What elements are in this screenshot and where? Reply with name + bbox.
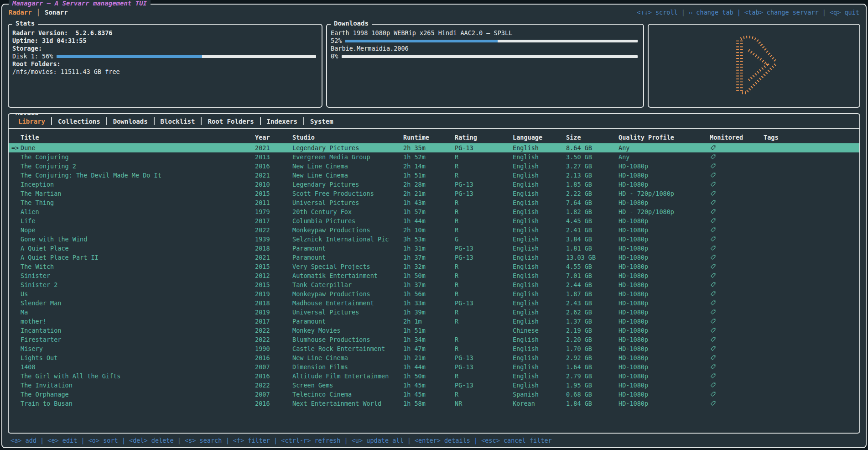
table-row[interactable]: Nope 2022 Monkeypaw Productions 2h 10m R… [9, 225, 859, 235]
top-panels: Stats Radarr Version: 5.2.6.8376 Uptime:… [8, 24, 860, 108]
movie-language: English [513, 199, 566, 206]
table-row[interactable]: The Witch 2015 Very Special Projects 1h … [9, 262, 859, 271]
table-row[interactable]: Slender Man 2018 Madhouse Entertainment … [9, 298, 859, 308]
table-row[interactable]: The Girl with All the Gifts 2016 Altitud… [9, 372, 859, 381]
movie-runtime: 1h 58m [403, 400, 455, 407]
column-rating: Rating [455, 134, 513, 141]
movie-year: 1979 [255, 208, 292, 215]
movie-studio: Legendary Pictures [292, 144, 403, 152]
movie-title: Ma [21, 309, 255, 316]
movies-tab-bar: Library Collections Downloads Blocklist … [9, 114, 859, 129]
movie-language: English [513, 281, 566, 288]
tab-blocklist[interactable]: Blocklist [155, 118, 201, 125]
tab-library[interactable]: Library [12, 118, 51, 125]
monitored-tag-icon [710, 336, 764, 343]
logo-panel [648, 24, 860, 108]
tab-radarr[interactable]: Radarr [9, 9, 32, 16]
movie-rating: R [455, 162, 513, 170]
movie-year: 2022 [255, 336, 292, 343]
movie-runtime: 1h 51m [403, 327, 455, 334]
movie-quality-profile: HD-1080p [619, 162, 710, 170]
table-row[interactable]: The Martian 2015 Scott Free Productions … [9, 189, 859, 198]
movie-runtime: 1h 32m [403, 263, 455, 270]
movie-quality-profile: HD - 720p/1080p [619, 208, 710, 215]
tab-collections[interactable]: Collections [52, 118, 106, 125]
root-folders-label: Root Folders: [12, 60, 316, 68]
movie-quality-profile: HD-1080p [619, 263, 710, 270]
table-row[interactable]: Gone with the Wind 1939 Selznick Interna… [9, 235, 859, 244]
tab-system[interactable]: System [304, 118, 339, 125]
movie-studio: Screen Gems [292, 382, 403, 389]
table-row[interactable]: A Quiet Place Part II 2021 Paramount 1h … [9, 253, 859, 262]
movie-runtime: 1h 51m [403, 172, 455, 179]
table-row[interactable]: The Conjuring: The Devil Made Me Do It 2… [9, 171, 859, 180]
table-row[interactable]: Alien 1979 20th Century Fox 1h 57m R Eng… [9, 207, 859, 216]
movie-title: Alien [21, 208, 255, 215]
movie-size: 1.37 GB [566, 318, 619, 325]
table-row[interactable]: The Conjuring 2013 Evergreen Media Group… [9, 152, 859, 162]
movie-runtime: 1h 44m [403, 363, 455, 371]
movie-title: Firestarter [21, 336, 255, 343]
movie-title: Dune [21, 144, 255, 152]
table-row[interactable]: mother! 2017 Paramount 2h 1m R English 1… [9, 317, 859, 326]
help-bar: <a> add | <e> edit | <o> sort | <del> de… [2, 434, 866, 447]
table-row[interactable]: The Thing 2011 Universal Pictures 1h 43m… [9, 198, 859, 207]
movie-size: 3.84 GB [566, 235, 619, 243]
movie-year: 2019 [255, 309, 292, 316]
movie-studio: Blumhouse Productions [292, 336, 403, 343]
column-studio: Studio [292, 134, 403, 141]
table-row[interactable]: The Conjuring 2 2016 New Line Cinema 2h … [9, 162, 859, 171]
download-progress-bar [342, 55, 638, 58]
table-row[interactable]: 1408 2007 Dimension Films 1h 44m PG-13 E… [9, 362, 859, 372]
table-row[interactable]: Firestarter 2022 Blumhouse Productions 1… [9, 335, 859, 344]
table-row[interactable]: A Quiet Place 2018 Paramount 1h 31m PG-1… [9, 244, 859, 253]
movie-language: English [513, 263, 566, 270]
table-row[interactable]: The Invitation 2022 Screen Gems 1h 45m P… [9, 381, 859, 390]
table-row[interactable]: Inception 2010 Legendary Pictures 2h 28m… [9, 180, 859, 189]
tab-downloads[interactable]: Downloads [107, 118, 154, 125]
movie-year: 2018 [255, 245, 292, 252]
tab-indexers[interactable]: Indexers [261, 118, 303, 125]
table-row[interactable]: Sinister 2012 Automatik Entertainment 1h… [9, 271, 859, 280]
movie-rating: PG-13 [455, 181, 513, 188]
table-row[interactable]: Incantation 2022 Monkey Movies 1h 51m Ch… [9, 326, 859, 335]
table-row[interactable]: Ma 2019 Universal Pictures 1h 39m R Engl… [9, 308, 859, 317]
table-row[interactable]: Train to Busan 2016 Next Entertainment W… [9, 399, 859, 408]
movie-quality-profile: HD-1080p [619, 281, 710, 288]
movie-title: Inception [21, 181, 255, 188]
tab-sonarr[interactable]: Sonarr [45, 9, 68, 16]
movie-size: 1.85 GB [566, 181, 619, 188]
movie-runtime: 2h 21m [403, 190, 455, 197]
table-row[interactable]: Life 2017 Columbia Pictures 1h 44m R Eng… [9, 216, 859, 225]
movie-rating: R [455, 263, 513, 270]
monitored-tag-icon [710, 172, 764, 178]
movie-quality-profile: HD-1080p [619, 226, 710, 234]
table-row[interactable]: Sinister 2 2015 Tank Caterpillar 1h 37m … [9, 280, 859, 289]
movie-size: 2.92 GB [566, 354, 619, 361]
tab-root-folders[interactable]: Root Folders [202, 118, 260, 125]
movie-rating: R [455, 372, 513, 380]
movie-language: Spanish [513, 391, 566, 398]
movie-language: English [513, 235, 566, 243]
movie-language: English [513, 226, 566, 234]
movie-runtime: 1h 50m [403, 272, 455, 279]
movie-rating: R [455, 272, 513, 279]
movie-title: Us [21, 290, 255, 298]
movie-rating: PG-13 [455, 299, 513, 307]
movie-runtime: 1h 45m [403, 382, 455, 389]
movie-size: 3.27 GB [566, 162, 619, 170]
movie-language: English [513, 272, 566, 279]
movies-table-body: => Dune 2021 Legendary Pictures 2h 35m P… [9, 143, 859, 408]
movie-size: 2.13 GB [566, 172, 619, 179]
monitored-tag-icon [710, 236, 764, 242]
movie-quality-profile: HD-1080p [619, 318, 710, 325]
movie-title: The Thing [21, 199, 255, 206]
movie-rating: R [455, 208, 513, 215]
movie-year: 2015 [255, 190, 292, 197]
table-row[interactable]: => Dune 2021 Legendary Pictures 2h 35m P… [9, 143, 859, 152]
table-row[interactable]: Lights Out 2016 New Line Cinema 1h 21m P… [9, 353, 859, 362]
table-row[interactable]: The Orphanage 2007 Telecinco Cinema 1h 4… [9, 390, 859, 399]
table-row[interactable]: Us 2019 Monkeypaw Productions 1h 56m R E… [9, 289, 859, 298]
movie-runtime: 3h 53m [403, 235, 455, 243]
table-row[interactable]: Misery 1990 Castle Rock Entertainment 1h… [9, 344, 859, 353]
